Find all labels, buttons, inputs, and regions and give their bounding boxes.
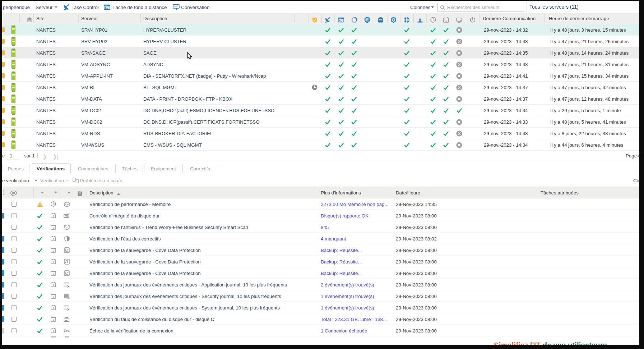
svg-text:1: 1 — [52, 330, 54, 333]
svg-text:1: 1 — [52, 295, 54, 298]
svg-text:1: 1 — [52, 272, 54, 275]
svg-text:1: 1 — [52, 284, 54, 287]
svg-text:1: 1 — [52, 249, 54, 252]
svg-text:1: 1 — [52, 318, 54, 321]
svg-text:1: 1 — [445, 19, 447, 22]
svg-text:1: 1 — [52, 215, 54, 218]
svg-text:1: 1 — [52, 261, 54, 264]
svg-text:1: 1 — [52, 226, 54, 229]
svg-text:1: 1 — [52, 307, 54, 310]
svg-text:1: 1 — [52, 238, 54, 241]
